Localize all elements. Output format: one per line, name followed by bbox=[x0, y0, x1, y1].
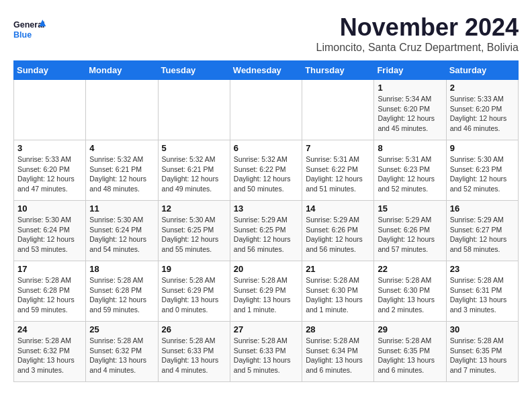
weekday-header: Saturday bbox=[446, 61, 518, 80]
calendar-cell: 26Sunrise: 5:28 AM Sunset: 6:33 PM Dayli… bbox=[158, 322, 230, 382]
cell-sun-info: Sunrise: 5:28 AM Sunset: 6:28 PM Dayligh… bbox=[89, 275, 154, 315]
cell-sun-info: Sunrise: 5:30 AM Sunset: 6:25 PM Dayligh… bbox=[162, 215, 226, 255]
cell-day-number: 19 bbox=[162, 264, 226, 274]
cell-sun-info: Sunrise: 5:32 AM Sunset: 6:22 PM Dayligh… bbox=[234, 154, 298, 194]
cell-day-number: 7 bbox=[306, 143, 370, 153]
cell-sun-info: Sunrise: 5:28 AM Sunset: 6:31 PM Dayligh… bbox=[450, 275, 515, 315]
weekday-header: Wednesday bbox=[230, 61, 302, 80]
cell-day-number: 28 bbox=[306, 324, 370, 334]
cell-sun-info: Sunrise: 5:28 AM Sunset: 6:30 PM Dayligh… bbox=[306, 275, 370, 315]
weekday-header: Tuesday bbox=[158, 61, 230, 80]
calendar-cell: 19Sunrise: 5:28 AM Sunset: 6:29 PM Dayli… bbox=[158, 261, 230, 322]
cell-sun-info: Sunrise: 5:28 AM Sunset: 6:32 PM Dayligh… bbox=[17, 336, 82, 375]
svg-text:Blue: Blue bbox=[13, 30, 32, 40]
cell-day-number: 20 bbox=[234, 264, 298, 274]
cell-sun-info: Sunrise: 5:31 AM Sunset: 6:22 PM Dayligh… bbox=[306, 154, 370, 194]
calendar-cell: 23Sunrise: 5:28 AM Sunset: 6:31 PM Dayli… bbox=[446, 261, 518, 322]
logo-icon: General Blue bbox=[13, 13, 47, 47]
calendar-cell: 13Sunrise: 5:29 AM Sunset: 6:25 PM Dayli… bbox=[230, 201, 302, 261]
cell-day-number: 16 bbox=[450, 203, 515, 214]
cell-sun-info: Sunrise: 5:30 AM Sunset: 6:23 PM Dayligh… bbox=[450, 154, 515, 194]
cell-sun-info: Sunrise: 5:28 AM Sunset: 6:35 PM Dayligh… bbox=[450, 336, 515, 375]
cell-day-number: 23 bbox=[450, 264, 515, 274]
cell-sun-info: Sunrise: 5:28 AM Sunset: 6:28 PM Dayligh… bbox=[17, 275, 82, 315]
calendar-cell: 11Sunrise: 5:30 AM Sunset: 6:24 PM Dayli… bbox=[86, 201, 158, 261]
calendar-cell bbox=[158, 80, 230, 140]
calendar-cell bbox=[14, 80, 86, 140]
cell-day-number: 8 bbox=[378, 143, 442, 153]
calendar-cell: 16Sunrise: 5:29 AM Sunset: 6:27 PM Dayli… bbox=[446, 201, 518, 261]
cell-sun-info: Sunrise: 5:28 AM Sunset: 6:33 PM Dayligh… bbox=[234, 336, 298, 375]
cell-day-number: 30 bbox=[450, 324, 515, 334]
calendar-cell: 2Sunrise: 5:33 AM Sunset: 6:20 PM Daylig… bbox=[446, 80, 518, 140]
page-header: General Blue November 2024 Limoncito, Sa… bbox=[13, 13, 519, 54]
calendar-cell: 3Sunrise: 5:33 AM Sunset: 6:20 PM Daylig… bbox=[14, 140, 86, 201]
calendar-cell: 18Sunrise: 5:28 AM Sunset: 6:28 PM Dayli… bbox=[86, 261, 158, 322]
calendar-cell: 29Sunrise: 5:28 AM Sunset: 6:35 PM Dayli… bbox=[374, 322, 446, 382]
cell-day-number: 21 bbox=[306, 264, 370, 274]
cell-sun-info: Sunrise: 5:31 AM Sunset: 6:23 PM Dayligh… bbox=[378, 154, 442, 194]
cell-day-number: 29 bbox=[378, 324, 442, 334]
cell-day-number: 10 bbox=[17, 203, 82, 214]
cell-day-number: 17 bbox=[17, 264, 82, 274]
calendar-cell: 27Sunrise: 5:28 AM Sunset: 6:33 PM Dayli… bbox=[230, 322, 302, 382]
location-subtitle: Limoncito, Santa Cruz Department, Bolivi… bbox=[316, 42, 519, 54]
calendar-week-row: 1Sunrise: 5:34 AM Sunset: 6:20 PM Daylig… bbox=[14, 80, 519, 140]
calendar-week-row: 17Sunrise: 5:28 AM Sunset: 6:28 PM Dayli… bbox=[14, 261, 519, 322]
cell-day-number: 3 bbox=[17, 143, 82, 153]
cell-sun-info: Sunrise: 5:29 AM Sunset: 6:25 PM Dayligh… bbox=[234, 215, 298, 255]
calendar-cell: 28Sunrise: 5:28 AM Sunset: 6:34 PM Dayli… bbox=[302, 322, 374, 382]
calendar-cell bbox=[86, 80, 158, 140]
calendar-cell: 25Sunrise: 5:28 AM Sunset: 6:32 PM Dayli… bbox=[86, 322, 158, 382]
cell-day-number: 5 bbox=[162, 143, 226, 153]
cell-sun-info: Sunrise: 5:28 AM Sunset: 6:33 PM Dayligh… bbox=[162, 336, 226, 375]
cell-day-number: 15 bbox=[378, 203, 442, 214]
calendar-cell: 4Sunrise: 5:32 AM Sunset: 6:21 PM Daylig… bbox=[86, 140, 158, 201]
calendar-cell: 15Sunrise: 5:29 AM Sunset: 6:26 PM Dayli… bbox=[374, 201, 446, 261]
calendar-cell: 20Sunrise: 5:28 AM Sunset: 6:29 PM Dayli… bbox=[230, 261, 302, 322]
cell-sun-info: Sunrise: 5:32 AM Sunset: 6:21 PM Dayligh… bbox=[89, 154, 154, 194]
weekday-header: Friday bbox=[374, 61, 446, 80]
calendar-week-row: 24Sunrise: 5:28 AM Sunset: 6:32 PM Dayli… bbox=[14, 322, 519, 382]
calendar-cell: 24Sunrise: 5:28 AM Sunset: 6:32 PM Dayli… bbox=[14, 322, 86, 382]
cell-day-number: 22 bbox=[378, 264, 442, 274]
calendar-table: SundayMondayTuesdayWednesdayThursdayFrid… bbox=[13, 60, 519, 382]
cell-sun-info: Sunrise: 5:29 AM Sunset: 6:26 PM Dayligh… bbox=[306, 215, 370, 255]
cell-sun-info: Sunrise: 5:30 AM Sunset: 6:24 PM Dayligh… bbox=[17, 215, 82, 255]
calendar-cell: 1Sunrise: 5:34 AM Sunset: 6:20 PM Daylig… bbox=[374, 80, 446, 140]
calendar-cell: 7Sunrise: 5:31 AM Sunset: 6:22 PM Daylig… bbox=[302, 140, 374, 201]
title-area: November 2024 Limoncito, Santa Cruz Depa… bbox=[316, 13, 519, 54]
calendar-cell: 10Sunrise: 5:30 AM Sunset: 6:24 PM Dayli… bbox=[14, 201, 86, 261]
cell-day-number: 26 bbox=[162, 324, 226, 334]
weekday-header: Monday bbox=[86, 61, 158, 80]
calendar-cell bbox=[302, 80, 374, 140]
cell-sun-info: Sunrise: 5:29 AM Sunset: 6:26 PM Dayligh… bbox=[378, 215, 442, 255]
calendar-cell: 6Sunrise: 5:32 AM Sunset: 6:22 PM Daylig… bbox=[230, 140, 302, 201]
cell-day-number: 18 bbox=[89, 264, 154, 274]
cell-sun-info: Sunrise: 5:34 AM Sunset: 6:20 PM Dayligh… bbox=[378, 94, 442, 134]
calendar-cell: 8Sunrise: 5:31 AM Sunset: 6:23 PM Daylig… bbox=[374, 140, 446, 201]
calendar-week-row: 3Sunrise: 5:33 AM Sunset: 6:20 PM Daylig… bbox=[14, 140, 519, 201]
cell-sun-info: Sunrise: 5:33 AM Sunset: 6:20 PM Dayligh… bbox=[17, 154, 82, 194]
calendar-cell: 17Sunrise: 5:28 AM Sunset: 6:28 PM Dayli… bbox=[14, 261, 86, 322]
cell-sun-info: Sunrise: 5:33 AM Sunset: 6:20 PM Dayligh… bbox=[450, 94, 515, 134]
calendar-cell: 9Sunrise: 5:30 AM Sunset: 6:23 PM Daylig… bbox=[446, 140, 518, 201]
cell-day-number: 11 bbox=[89, 203, 154, 214]
cell-sun-info: Sunrise: 5:30 AM Sunset: 6:24 PM Dayligh… bbox=[89, 215, 154, 255]
cell-sun-info: Sunrise: 5:28 AM Sunset: 6:35 PM Dayligh… bbox=[378, 336, 442, 375]
logo: General Blue bbox=[13, 13, 47, 47]
cell-sun-info: Sunrise: 5:28 AM Sunset: 6:29 PM Dayligh… bbox=[162, 275, 226, 315]
cell-sun-info: Sunrise: 5:28 AM Sunset: 6:29 PM Dayligh… bbox=[234, 275, 298, 315]
calendar-cell: 12Sunrise: 5:30 AM Sunset: 6:25 PM Dayli… bbox=[158, 201, 230, 261]
calendar-cell: 14Sunrise: 5:29 AM Sunset: 6:26 PM Dayli… bbox=[302, 201, 374, 261]
cell-day-number: 4 bbox=[89, 143, 154, 153]
calendar-header: SundayMondayTuesdayWednesdayThursdayFrid… bbox=[14, 61, 519, 80]
cell-day-number: 25 bbox=[89, 324, 154, 334]
calendar-week-row: 10Sunrise: 5:30 AM Sunset: 6:24 PM Dayli… bbox=[14, 201, 519, 261]
cell-sun-info: Sunrise: 5:28 AM Sunset: 6:34 PM Dayligh… bbox=[306, 336, 370, 375]
calendar-cell: 21Sunrise: 5:28 AM Sunset: 6:30 PM Dayli… bbox=[302, 261, 374, 322]
cell-sun-info: Sunrise: 5:32 AM Sunset: 6:21 PM Dayligh… bbox=[162, 154, 226, 194]
calendar-cell: 22Sunrise: 5:28 AM Sunset: 6:30 PM Dayli… bbox=[374, 261, 446, 322]
cell-day-number: 27 bbox=[234, 324, 298, 334]
calendar-cell bbox=[230, 80, 302, 140]
